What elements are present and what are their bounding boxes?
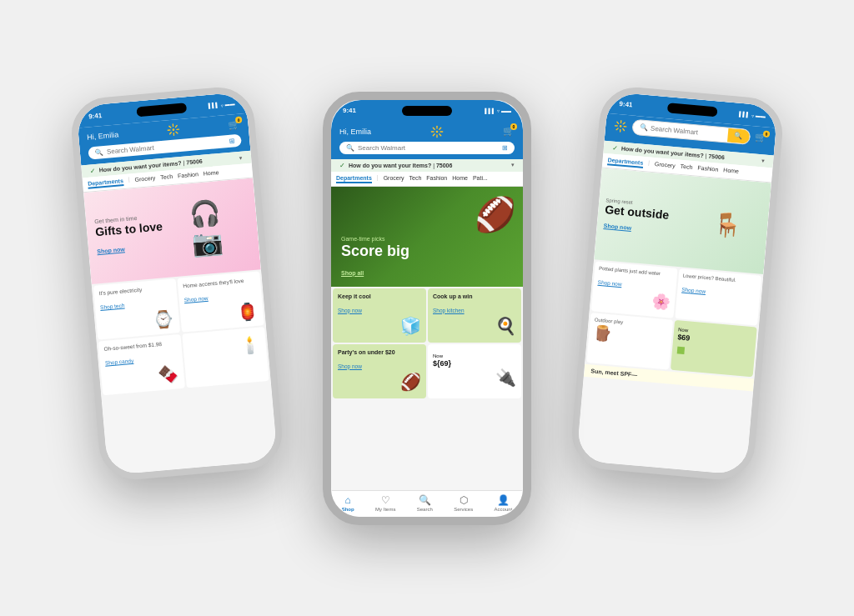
svg-line-5 xyxy=(169,126,171,128)
bottom-nav-services[interactable]: ⬡ Services xyxy=(454,494,473,512)
product-card-image-0: ⌚ xyxy=(101,308,175,333)
header-top-center: Hi, Emilia 🛒 0 xyxy=(339,125,515,138)
status-icons-right: ▌▌▌ ▿ ▬▬ xyxy=(739,111,766,119)
svg-point-18 xyxy=(620,124,622,127)
product-card-link-2[interactable]: Shop candy xyxy=(105,357,134,365)
nav-tab-fashion-center[interactable]: Fashion xyxy=(426,174,447,183)
bottom-nav-myitems[interactable]: ♡ My Items xyxy=(375,494,395,512)
content-right: Spring reset Get outside Shop now 🪑 Pott… xyxy=(576,168,771,474)
nav-tab-fashion-right[interactable]: Fashion xyxy=(697,163,719,174)
hero-banner-right: Spring reset Get outside Shop now 🪑 xyxy=(594,168,771,273)
right-promo-link-1[interactable]: Shop now xyxy=(681,286,706,293)
promo-card-2: Party's on under $20 Shop now 🏈 xyxy=(333,344,426,398)
product-grid-left: It's pure electricity Shop tech ⌚ Home a… xyxy=(92,269,271,397)
bottom-nav-myitems-label: My Items xyxy=(375,507,395,512)
cart-icon-center[interactable]: 🛒 0 xyxy=(503,126,515,137)
product-card-link-0[interactable]: Shop tech xyxy=(100,302,125,310)
nav-tab-tech-left[interactable]: Tech xyxy=(160,172,173,182)
bottom-nav-shop-label: Shop xyxy=(342,507,354,512)
product-card-image-2: 🍫 xyxy=(106,363,180,389)
nav-tab-home-right[interactable]: Home xyxy=(723,166,740,177)
greeting-left: Hi, Emilia xyxy=(87,130,119,141)
chevron-down-center[interactable]: ▾ xyxy=(511,162,515,168)
cart-icon-left[interactable]: 🛒 0 xyxy=(228,118,240,130)
phone-left-screen: 9:41 ▌▌▌ ▿ ▬▬ Hi, Emilia xyxy=(76,91,278,474)
nav-tab-departments-center[interactable]: Departments xyxy=(336,174,372,183)
svg-line-16 xyxy=(440,128,441,129)
right-promo-link-0[interactable]: Shop now xyxy=(597,278,621,286)
notch-right xyxy=(667,103,718,117)
hero-title-center: Score big xyxy=(341,243,409,258)
barcode-icon-left[interactable]: ⊞ xyxy=(229,137,235,145)
promo-card-3: Now${69} 🔌 xyxy=(428,344,521,398)
check-icon-left: ✓ xyxy=(89,166,96,174)
promo-card-title-2: Party's on under $20 xyxy=(338,349,421,355)
search-submit-icon: 🔍 xyxy=(734,132,743,140)
right-promo-card-title-0: Potted plants just add water xyxy=(599,265,673,277)
search-icon-center: 🔍 xyxy=(346,144,354,152)
product-card-link-1[interactable]: Shop now xyxy=(183,294,208,302)
nav-tab-home-left[interactable]: Home xyxy=(203,168,219,179)
phone-center-screen: 9:41 ▌▌▌ ▿ ▬▬ Hi, Emilia xyxy=(331,100,523,517)
greeting-center: Hi, Emilia xyxy=(339,128,371,136)
nav-tab-tech-right[interactable]: Tech xyxy=(680,162,693,172)
notch-left xyxy=(136,103,187,117)
right-promo-card-title-1: Lower prices? Beautiful. xyxy=(683,273,757,284)
nav-tab-fashion-left[interactable]: Fashion xyxy=(178,170,199,181)
bottom-nav-account[interactable]: 👤 Account xyxy=(495,494,513,512)
bottom-nav-search-label: Search xyxy=(417,507,433,512)
promo-card-link-2[interactable]: Shop now xyxy=(338,363,362,369)
search-button-right[interactable]: 🔍 xyxy=(727,128,750,143)
promo-card-link-1[interactable]: Shop kitchen xyxy=(433,308,465,313)
cart-badge-center: 0 xyxy=(510,123,517,130)
nav-tab-patio-center[interactable]: Pati... xyxy=(473,174,488,183)
promo-card-title-0: Keep it cool xyxy=(338,293,421,299)
search-input-center[interactable] xyxy=(358,144,499,152)
promo-price-3: Now${69} xyxy=(433,351,516,368)
status-icons-center: ▌▌▌ ▿ ▬▬ xyxy=(485,108,511,113)
nav-tab-grocery-left[interactable]: Grocery xyxy=(134,173,156,184)
check-icon-center: ✓ xyxy=(339,162,345,169)
bottom-nav-shop[interactable]: ⌂ Shop xyxy=(342,494,354,512)
promo-card-title-1: Cook up a win xyxy=(433,293,516,299)
delivery-bar-center: ✓ How do you want your items? | 75006 ▾ xyxy=(331,159,523,172)
nav-tabs-center: Departments | Grocery Tech Fashion Home … xyxy=(331,172,523,187)
phone-right-screen: 9:41 ▌▌▌ ▿ ▬▬ xyxy=(576,91,778,474)
nav-tab-departments-left[interactable]: Departments xyxy=(88,177,124,189)
hero-cta-right[interactable]: Shop now xyxy=(603,223,631,231)
cart-icon-right[interactable]: 🛒 0 xyxy=(755,132,767,143)
promo-card-image-0: 🧊 xyxy=(338,316,421,336)
promo-card-image-2: 🏈 xyxy=(338,372,421,392)
nav-tab-departments-right[interactable]: Departments xyxy=(607,156,644,168)
bottom-nav-search[interactable]: 🔍 Search xyxy=(417,494,433,512)
chevron-down-left[interactable]: ▾ xyxy=(239,154,244,161)
hero-cta-left[interactable]: Shop now xyxy=(97,246,125,254)
hero-subtitle-center: Game-time picks xyxy=(341,236,409,242)
promo-card-link-0[interactable]: Shop now xyxy=(338,308,362,313)
hero-banner-center: Game-time picks Score big Shop all 🏈 xyxy=(331,187,523,287)
product-card-image-1: 🏮 xyxy=(185,300,259,326)
right-promo-card-3: Now$69 ■ xyxy=(671,319,757,376)
cart-badge-left: 0 xyxy=(235,115,243,123)
nav-tab-tech-center[interactable]: Tech xyxy=(409,174,422,183)
svg-line-23 xyxy=(617,121,619,123)
nav-tab-grocery-center[interactable]: Grocery xyxy=(384,174,404,183)
barcode-icon-center[interactable]: ⊞ xyxy=(502,144,508,152)
nav-tab-home-center[interactable]: Home xyxy=(452,174,468,183)
chevron-down-right[interactable]: ▾ xyxy=(761,157,766,163)
hero-cta-center[interactable]: Shop all xyxy=(341,270,364,276)
nav-tab-grocery-right[interactable]: Grocery xyxy=(654,160,676,171)
hero-image-right: 🪑 xyxy=(691,183,764,268)
search-bar-center[interactable]: 🔍 ⊞ xyxy=(339,142,515,154)
svg-point-0 xyxy=(172,128,174,131)
search-input-right[interactable] xyxy=(651,124,721,138)
notch-center xyxy=(402,106,452,116)
hero-banner-left: Get them in time Gifts to love Shop now … xyxy=(83,178,261,283)
search-icon-left: 🔍 xyxy=(95,148,104,157)
time-left: 9:41 xyxy=(88,111,103,119)
product-card-2: Oh-so-sweet from $1.98 Shop candy 🍫 xyxy=(98,333,185,394)
phone-left: 9:41 ▌▌▌ ▿ ▬▬ Hi, Emilia xyxy=(68,84,284,482)
product-card-image-3: 🕯️ xyxy=(188,333,262,359)
product-card-3: 🕯️ xyxy=(182,327,269,388)
right-promo-card-0: Potted plants just add water Shop now 🌸 xyxy=(591,261,678,318)
